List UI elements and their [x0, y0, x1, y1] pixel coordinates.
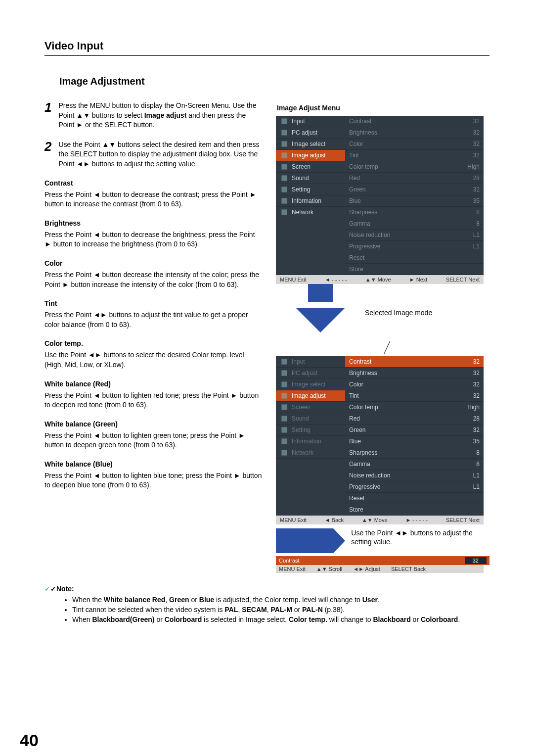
osd-left-item[interactable]: Input: [276, 356, 345, 368]
osd-right-item[interactable]: Gamma8: [345, 459, 484, 470]
osd-left-item[interactable]: Image adjust: [276, 390, 345, 402]
osd-left-item[interactable]: PC adjust: [276, 127, 345, 139]
slider-back: SELECT Back: [391, 566, 426, 572]
osd-left-item[interactable]: Image select: [276, 379, 345, 390]
osd-left-item[interactable]: Screen: [276, 402, 345, 413]
svg-rect-1: [281, 130, 287, 135]
slider-value: 32: [465, 557, 487, 564]
param-label: Tint: [44, 299, 262, 307]
osd-right-item[interactable]: Color32: [345, 139, 484, 150]
step-text: Press the MENU button to display the On-…: [58, 101, 262, 130]
osd-panel-1: InputPC adjustImage selectImage adjustSc…: [276, 116, 484, 284]
osd-right-item[interactable]: Contrast32: [345, 116, 484, 127]
osd-right-item[interactable]: Noise reductionL1: [345, 230, 484, 241]
osd-left-item[interactable]: Sound: [276, 413, 345, 425]
svg-rect-8: [281, 209, 287, 215]
osd-right-item[interactable]: Contrast32: [345, 356, 484, 368]
osd-right-item[interactable]: Tint32: [345, 390, 484, 402]
param-text: Press the Point ◄ button to decrease the…: [44, 190, 262, 209]
param-label: White balance (Green): [44, 420, 262, 428]
osd-right-item[interactable]: ProgressiveL1: [345, 241, 484, 252]
param-text: Press the Point ◄ button to decrease the…: [44, 230, 262, 249]
menu-icon: [280, 358, 289, 365]
osd-right-item[interactable]: Sharpness8: [345, 207, 484, 218]
menu-icon: [280, 118, 289, 125]
osd-right-item[interactable]: Blue35: [345, 436, 484, 447]
osd-right-item[interactable]: Store: [345, 264, 484, 275]
osd-left-item[interactable]: Sound: [276, 173, 345, 184]
arrow-stem: [308, 284, 333, 302]
osd-left-item[interactable]: Network: [276, 207, 345, 218]
menu-icon: [280, 370, 289, 377]
menu-icon: [280, 449, 289, 456]
osd-left-item[interactable]: Setting: [276, 184, 345, 195]
param-text: Press the Point ◄ button to lighten red …: [44, 391, 262, 410]
osd-right-item[interactable]: Reset: [345, 252, 484, 264]
param-text: Press the Point ◄ button to lighten blue…: [44, 471, 262, 490]
osd-right-item[interactable]: Green32: [345, 184, 484, 195]
svg-rect-4: [281, 164, 287, 169]
osd-left-item[interactable]: Image adjust: [276, 150, 345, 161]
menu-icon: [280, 415, 289, 422]
osd-right-item[interactable]: Tint32: [345, 150, 484, 161]
svg-rect-2: [281, 141, 287, 146]
osd-left-item[interactable]: Information: [276, 436, 345, 447]
osd-right-item[interactable]: Sharpness8: [345, 447, 484, 459]
osd-right-item[interactable]: Red28: [345, 173, 484, 184]
notes-list: When the White balance Red, Green or Blu…: [52, 596, 490, 623]
slider-footer: MENU Exit ▲▼ Scroll ◄► Adjust SELECT Bac…: [276, 565, 484, 573]
osd-right-item[interactable]: ProgressiveL1: [345, 481, 484, 493]
menu-icon: [280, 404, 289, 411]
svg-rect-3: [281, 152, 287, 158]
section-heading: Image Adjustment: [59, 76, 490, 87]
osd-right-item[interactable]: Red28: [345, 413, 484, 425]
param-text: Press the Point ◄► buttons to adjust the…: [44, 310, 262, 330]
osd-left-item[interactable]: Screen: [276, 161, 345, 173]
osd-right-item[interactable]: Blue35: [345, 195, 484, 207]
osd-left-item[interactable]: Network: [276, 447, 345, 459]
menu-icon: [280, 163, 289, 170]
svg-rect-9: [281, 359, 287, 364]
right-arrow-icon: [276, 528, 333, 553]
svg-rect-13: [281, 404, 287, 410]
osd-footer: MENU Exit◄ - - - - -▲▼ Move► NextSELECT …: [276, 275, 484, 284]
menu-icon: [280, 129, 289, 136]
osd-left-item[interactable]: Input: [276, 116, 345, 127]
osd-right-item[interactable]: Color temp.High: [345, 402, 484, 413]
menu-icon: [280, 197, 289, 204]
menu-icon: [280, 392, 289, 399]
osd-left-item[interactable]: Setting: [276, 425, 345, 436]
osd-left-item[interactable]: Information: [276, 195, 345, 207]
note-label: ✓✓Note:: [44, 585, 490, 593]
osd-right-item[interactable]: Color temp.High: [345, 161, 484, 173]
param-label: Color: [44, 259, 262, 267]
osd-right-item[interactable]: Color32: [345, 379, 484, 390]
osd-right-item[interactable]: Store: [345, 504, 484, 516]
param-text: Press the Point ◄ button to lighten gree…: [44, 431, 262, 450]
svg-rect-15: [281, 427, 287, 432]
menu-icon: [280, 426, 289, 433]
osd-right-item[interactable]: Noise reductionL1: [345, 470, 484, 481]
osd-right-item[interactable]: Green32: [345, 425, 484, 436]
osd-left-item[interactable]: Image select: [276, 139, 345, 150]
menu-icon: [280, 152, 289, 159]
svg-rect-16: [281, 438, 287, 444]
osd-right-item[interactable]: Brightness32: [345, 368, 484, 379]
osd-right-item[interactable]: Reset: [345, 493, 484, 504]
menu-icon: [280, 186, 289, 193]
svg-rect-7: [281, 198, 287, 203]
left-column: 1 Press the MENU button to display the O…: [44, 101, 262, 573]
param-label: Brightness: [44, 219, 262, 227]
svg-rect-17: [281, 450, 287, 455]
menu-icon: [280, 381, 289, 388]
osd-right-item[interactable]: Gamma8: [345, 218, 484, 230]
osd-right-item[interactable]: Brightness32: [345, 127, 484, 139]
osd-panel-2: InputPC adjustImage selectImage adjustSc…: [276, 356, 484, 524]
svg-rect-6: [281, 187, 287, 192]
note-item: Tint cannot be selected when the video s…: [72, 606, 490, 614]
menu-icon: [280, 438, 289, 445]
osd-left-item[interactable]: PC adjust: [276, 368, 345, 379]
svg-rect-14: [281, 416, 287, 421]
svg-rect-10: [281, 370, 287, 376]
menu-icon: [280, 141, 289, 147]
